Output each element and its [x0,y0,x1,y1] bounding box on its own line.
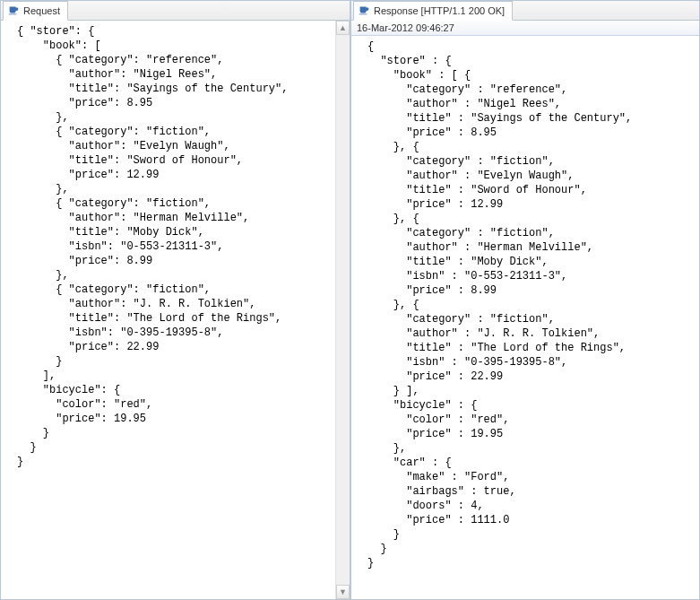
response-panel: Response [HTTP/1.1 200 OK] 16-Mar-2012 0… [350,0,700,600]
scroll-up-arrow[interactable]: ▲ [336,21,350,35]
response-timestamp: 16-Mar-2012 09:46:27 [351,21,699,36]
response-tabbar: Response [HTTP/1.1 200 OK] [351,1,699,21]
java-cup-icon [358,4,370,18]
request-scrollbar[interactable]: ▲ ▼ [335,21,350,599]
tab-request-label: Request [23,5,60,16]
tab-response[interactable]: Response [HTTP/1.1 200 OK] [353,1,513,21]
response-content-wrap: { "store" : { "book" : [ { "category" : … [351,36,699,599]
request-tabbar: Request [1,1,350,21]
scroll-down-arrow[interactable]: ▼ [336,585,350,599]
request-panel: Request { "store": { "book": [ { "catego… [0,0,350,600]
response-json-body[interactable]: { "store" : { "book" : [ { "category" : … [351,36,699,599]
request-json-body[interactable]: { "store": { "book": [ { "category": "re… [1,21,335,599]
tab-request[interactable]: Request [3,1,68,21]
request-content-wrap: { "store": { "book": [ { "category": "re… [1,21,350,599]
java-cup-icon [7,4,20,18]
tab-response-label: Response [HTTP/1.1 200 OK] [374,5,505,16]
